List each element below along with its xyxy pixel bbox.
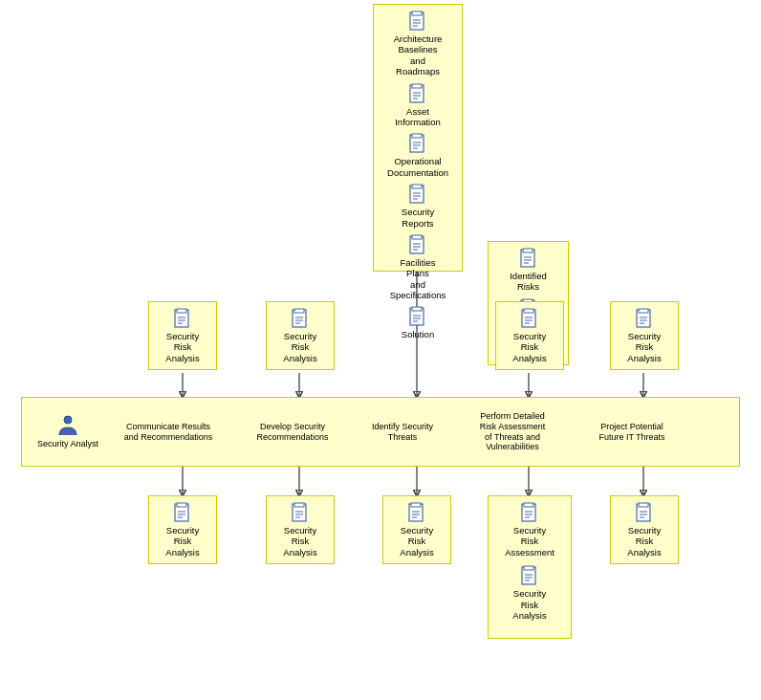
doc-icon bbox=[519, 248, 538, 269]
sra-col3-label: Security Risk Analysis bbox=[283, 331, 316, 363]
sra-out2-box: Security Risk Analysis bbox=[266, 495, 335, 564]
sra-col3-box: Security Risk Analysis bbox=[266, 301, 335, 370]
svg-rect-53 bbox=[177, 309, 186, 313]
doc-icon bbox=[173, 308, 192, 329]
svg-rect-89 bbox=[524, 503, 533, 507]
security-reports-label: Security Reports bbox=[402, 207, 434, 229]
diagram: Architecture Baselines and Roadmaps Asse… bbox=[0, 0, 761, 700]
svg-rect-58 bbox=[294, 309, 304, 313]
doc-icon bbox=[291, 308, 310, 329]
doc-icon bbox=[520, 308, 539, 329]
communicate-label: Communicate Results and Recommendations bbox=[124, 422, 213, 443]
project-future-item: Project Potential Future IT Threats bbox=[575, 422, 689, 443]
facilities-plans-item: Facilities Plans and Specifications bbox=[390, 234, 446, 301]
svg-rect-43 bbox=[523, 249, 533, 252]
sra-out3-box: Security Risk Analysis bbox=[382, 495, 451, 564]
doc-icon bbox=[408, 11, 427, 32]
arch-baselines-label: Architecture Baselines and Roadmaps bbox=[394, 33, 443, 77]
sra-out4b-item: Security Risk Analysis bbox=[512, 565, 546, 621]
doc-icon bbox=[408, 234, 427, 255]
sra-out5-label: Security Risk Analysis bbox=[627, 525, 661, 558]
perform-detailed-label: Perform Detailed Risk Assessment of Thre… bbox=[480, 411, 546, 452]
person-icon bbox=[57, 414, 78, 437]
operational-doc-item: Operational Documentation bbox=[387, 133, 448, 178]
svg-rect-33 bbox=[412, 235, 422, 239]
develop-sec-item: Develop Security Recommendations bbox=[230, 422, 355, 443]
identified-risks-item: Identified Risks bbox=[510, 248, 547, 293]
sra-out2-label: Security Risk Analysis bbox=[283, 525, 316, 558]
facilities-plans-label: Facilities Plans and Specifications bbox=[390, 257, 446, 301]
doc-icon bbox=[291, 502, 310, 523]
sra-out4-label: Security Risk Assessment bbox=[505, 525, 554, 558]
security-analyst-label: Security Analyst bbox=[37, 439, 98, 449]
sra-out3-label: Security Risk Analysis bbox=[400, 525, 433, 558]
middle-row-band: Security Analyst Communicate Results and… bbox=[21, 397, 740, 467]
svg-point-72 bbox=[64, 416, 72, 424]
sra-col6-box: Security Risk Analysis bbox=[610, 301, 679, 370]
solution-item: Solution bbox=[402, 306, 434, 339]
perform-detailed-item: Perform Detailed Risk Assessment of Thre… bbox=[450, 411, 575, 452]
svg-rect-28 bbox=[412, 185, 422, 188]
doc-icon bbox=[635, 502, 654, 523]
identify-threats-label: Identify Security Threats bbox=[372, 422, 433, 443]
svg-rect-84 bbox=[411, 503, 421, 507]
sra-out1-box: Security Risk Analysis bbox=[148, 495, 217, 564]
svg-rect-23 bbox=[412, 134, 422, 138]
doc-icon bbox=[408, 184, 427, 205]
identified-risks-label: Identified Risks bbox=[510, 271, 547, 293]
sra-col2-label: Security Risk Analysis bbox=[165, 331, 199, 363]
sra-out4b-label: Security Risk Analysis bbox=[512, 588, 546, 621]
communicate-item: Communicate Results and Recommendations bbox=[106, 422, 230, 443]
svg-rect-68 bbox=[639, 309, 648, 313]
sra-out5-box: Security Risk Analysis bbox=[610, 495, 679, 564]
asset-info-label: Asset Information bbox=[395, 106, 441, 128]
sra-col6-label: Security Risk Analysis bbox=[627, 331, 661, 363]
doc-icon bbox=[635, 308, 654, 329]
svg-rect-94 bbox=[524, 566, 533, 570]
develop-sec-label: Develop Security Recommendations bbox=[256, 422, 328, 443]
arch-baselines-item: Architecture Baselines and Roadmaps bbox=[394, 11, 443, 77]
identify-threats-item: Identify Security Threats bbox=[355, 422, 450, 443]
sra-out4-item: Security Risk Assessment bbox=[505, 502, 554, 558]
svg-rect-63 bbox=[524, 309, 533, 313]
operational-doc-label: Operational Documentation bbox=[387, 156, 448, 178]
sra-out4-group: Security Risk Assessment Security Risk A… bbox=[488, 495, 572, 639]
svg-rect-38 bbox=[412, 307, 422, 311]
sra-out1-label: Security Risk Analysis bbox=[165, 525, 199, 558]
asset-info-item: Asset Information bbox=[395, 83, 441, 128]
svg-rect-18 bbox=[412, 84, 422, 88]
security-reports-item: Security Reports bbox=[402, 184, 434, 229]
doc-icon bbox=[407, 502, 426, 523]
svg-rect-79 bbox=[294, 503, 304, 507]
security-analyst-item: Security Analyst bbox=[30, 414, 106, 449]
svg-rect-74 bbox=[177, 503, 186, 507]
sra-col2-box: Security Risk Analysis bbox=[148, 301, 217, 370]
doc-icon bbox=[173, 502, 192, 523]
sra-col5-label: Security Risk Analysis bbox=[512, 331, 546, 363]
doc-icon bbox=[408, 306, 427, 327]
doc-icon bbox=[408, 133, 427, 154]
top-center-group: Architecture Baselines and Roadmaps Asse… bbox=[373, 4, 463, 272]
doc-icon bbox=[520, 502, 539, 523]
project-future-label: Project Potential Future IT Threats bbox=[598, 422, 664, 443]
doc-icon bbox=[520, 565, 539, 586]
sra-col5-box: Security Risk Analysis bbox=[495, 301, 564, 370]
solution-label: Solution bbox=[402, 329, 434, 339]
doc-icon bbox=[408, 83, 427, 104]
svg-rect-13 bbox=[412, 11, 422, 15]
svg-rect-99 bbox=[639, 503, 648, 507]
